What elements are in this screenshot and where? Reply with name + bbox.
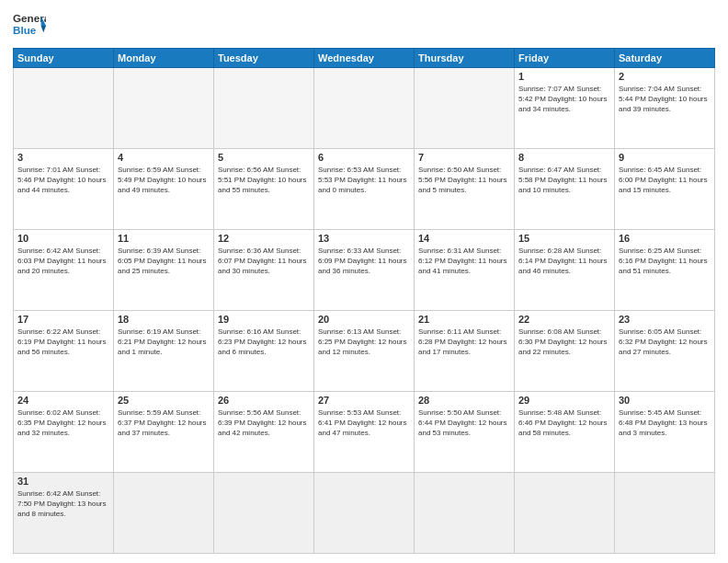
day-info: Sunrise: 6:02 AM Sunset: 6:35 PM Dayligh… [17,408,109,439]
calendar-cell [214,473,314,554]
calendar-cell: 28Sunrise: 5:50 AM Sunset: 6:44 PM Dayli… [415,392,515,473]
calendar-cell: 16Sunrise: 6:25 AM Sunset: 6:16 PM Dayli… [615,230,715,311]
day-info: Sunrise: 6:36 AM Sunset: 6:07 PM Dayligh… [218,246,310,277]
calendar-cell: 10Sunrise: 6:42 AM Sunset: 6:03 PM Dayli… [14,230,114,311]
calendar-cell [314,68,415,149]
calendar-cell: 14Sunrise: 6:31 AM Sunset: 6:12 PM Dayli… [415,230,515,311]
week-row-2: 10Sunrise: 6:42 AM Sunset: 6:03 PM Dayli… [14,230,715,311]
day-number: 24 [17,395,109,406]
logo-icon: General Blue [13,9,46,42]
calendar-cell: 5Sunrise: 6:56 AM Sunset: 5:51 PM Daylig… [214,149,314,230]
weekday-saturday: Saturday [615,49,715,68]
week-row-1: 3Sunrise: 7:01 AM Sunset: 5:46 PM Daylig… [14,149,715,230]
calendar-cell: 29Sunrise: 5:48 AM Sunset: 6:46 PM Dayli… [515,392,615,473]
weekday-wednesday: Wednesday [314,49,415,68]
day-info: Sunrise: 6:25 AM Sunset: 6:16 PM Dayligh… [619,246,711,277]
weekday-tuesday: Tuesday [214,49,314,68]
day-number: 28 [418,395,510,406]
day-info: Sunrise: 6:28 AM Sunset: 6:14 PM Dayligh… [518,246,610,277]
day-number: 3 [17,152,109,163]
day-number: 8 [518,152,610,163]
calendar-cell: 7Sunrise: 6:50 AM Sunset: 5:56 PM Daylig… [415,149,515,230]
day-info: Sunrise: 6:53 AM Sunset: 5:53 PM Dayligh… [318,165,410,196]
day-info: Sunrise: 6:59 AM Sunset: 5:49 PM Dayligh… [118,165,210,196]
calendar-cell [14,68,114,149]
day-number: 9 [619,152,711,163]
calendar-cell: 18Sunrise: 6:19 AM Sunset: 6:21 PM Dayli… [114,311,214,392]
day-info: Sunrise: 6:16 AM Sunset: 6:23 PM Dayligh… [218,327,310,358]
calendar-cell [114,68,214,149]
day-number: 23 [619,314,711,325]
day-info: Sunrise: 7:07 AM Sunset: 5:42 PM Dayligh… [518,84,610,115]
calendar-cell: 24Sunrise: 6:02 AM Sunset: 6:35 PM Dayli… [14,392,114,473]
day-info: Sunrise: 6:45 AM Sunset: 6:00 PM Dayligh… [619,165,711,196]
day-number: 10 [17,233,109,244]
day-number: 26 [218,395,310,406]
weekday-thursday: Thursday [415,49,515,68]
day-info: Sunrise: 5:56 AM Sunset: 6:39 PM Dayligh… [218,408,310,439]
calendar-cell: 19Sunrise: 6:16 AM Sunset: 6:23 PM Dayli… [214,311,314,392]
day-info: Sunrise: 6:33 AM Sunset: 6:09 PM Dayligh… [318,246,410,277]
day-info: Sunrise: 5:59 AM Sunset: 6:37 PM Dayligh… [118,408,210,439]
calendar-cell: 12Sunrise: 6:36 AM Sunset: 6:07 PM Dayli… [214,230,314,311]
calendar-cell: 26Sunrise: 5:56 AM Sunset: 6:39 PM Dayli… [214,392,314,473]
day-info: Sunrise: 6:56 AM Sunset: 5:51 PM Dayligh… [218,165,310,196]
logo: General Blue [13,9,46,42]
day-number: 27 [318,395,410,406]
day-info: Sunrise: 5:45 AM Sunset: 6:48 PM Dayligh… [619,408,711,439]
weekday-friday: Friday [515,49,615,68]
calendar-cell: 22Sunrise: 6:08 AM Sunset: 6:30 PM Dayli… [515,311,615,392]
calendar-cell [114,473,214,554]
day-info: Sunrise: 6:47 AM Sunset: 5:58 PM Dayligh… [518,165,610,196]
day-info: Sunrise: 6:39 AM Sunset: 6:05 PM Dayligh… [118,246,210,277]
calendar-cell: 23Sunrise: 6:05 AM Sunset: 6:32 PM Dayli… [615,311,715,392]
day-number: 19 [218,314,310,325]
weekday-header-row: SundayMondayTuesdayWednesdayThursdayFrid… [14,49,715,68]
calendar-cell: 1Sunrise: 7:07 AM Sunset: 5:42 PM Daylig… [515,68,615,149]
svg-marker-3 [41,26,46,32]
weekday-monday: Monday [114,49,214,68]
day-number: 12 [218,233,310,244]
calendar-cell: 2Sunrise: 7:04 AM Sunset: 5:44 PM Daylig… [615,68,715,149]
day-info: Sunrise: 6:22 AM Sunset: 6:19 PM Dayligh… [17,327,109,358]
day-info: Sunrise: 5:53 AM Sunset: 6:41 PM Dayligh… [318,408,410,439]
page: General Blue SundayMondayTuesdayWednesda… [0,0,728,563]
day-number: 11 [118,233,210,244]
calendar-cell: 17Sunrise: 6:22 AM Sunset: 6:19 PM Dayli… [14,311,114,392]
calendar-cell: 27Sunrise: 5:53 AM Sunset: 6:41 PM Dayli… [314,392,415,473]
calendar-cell: 4Sunrise: 6:59 AM Sunset: 5:49 PM Daylig… [114,149,214,230]
calendar-cell: 13Sunrise: 6:33 AM Sunset: 6:09 PM Dayli… [314,230,415,311]
calendar-cell [515,473,615,554]
day-number: 25 [118,395,210,406]
calendar-cell: 8Sunrise: 6:47 AM Sunset: 5:58 PM Daylig… [515,149,615,230]
day-number: 20 [318,314,410,325]
day-number: 16 [619,233,711,244]
day-info: Sunrise: 7:04 AM Sunset: 5:44 PM Dayligh… [619,84,711,115]
calendar-cell: 20Sunrise: 6:13 AM Sunset: 6:25 PM Dayli… [314,311,415,392]
day-number: 21 [418,314,510,325]
week-row-5: 31Sunrise: 6:42 AM Sunset: 7:50 PM Dayli… [14,473,715,554]
day-number: 15 [518,233,610,244]
day-info: Sunrise: 6:42 AM Sunset: 7:50 PM Dayligh… [17,488,109,520]
day-number: 6 [318,152,410,163]
svg-text:Blue: Blue [13,24,37,36]
calendar-cell: 15Sunrise: 6:28 AM Sunset: 6:14 PM Dayli… [515,230,615,311]
day-number: 22 [518,314,610,325]
day-number: 30 [619,395,711,406]
calendar-cell: 6Sunrise: 6:53 AM Sunset: 5:53 PM Daylig… [314,149,415,230]
day-number: 14 [418,233,510,244]
day-info: Sunrise: 6:13 AM Sunset: 6:25 PM Dayligh… [318,327,410,358]
day-info: Sunrise: 6:42 AM Sunset: 6:03 PM Dayligh… [17,246,109,277]
week-row-4: 24Sunrise: 6:02 AM Sunset: 6:35 PM Dayli… [14,392,715,473]
day-info: Sunrise: 6:19 AM Sunset: 6:21 PM Dayligh… [118,327,210,358]
day-number: 5 [218,152,310,163]
day-number: 1 [518,71,610,82]
day-info: Sunrise: 6:50 AM Sunset: 5:56 PM Dayligh… [418,165,510,196]
calendar-cell [314,473,415,554]
calendar-cell [415,68,515,149]
calendar-cell [415,473,515,554]
calendar-cell [615,473,715,554]
calendar-cell [214,68,314,149]
weekday-sunday: Sunday [14,49,114,68]
calendar-cell: 3Sunrise: 7:01 AM Sunset: 5:46 PM Daylig… [14,149,114,230]
